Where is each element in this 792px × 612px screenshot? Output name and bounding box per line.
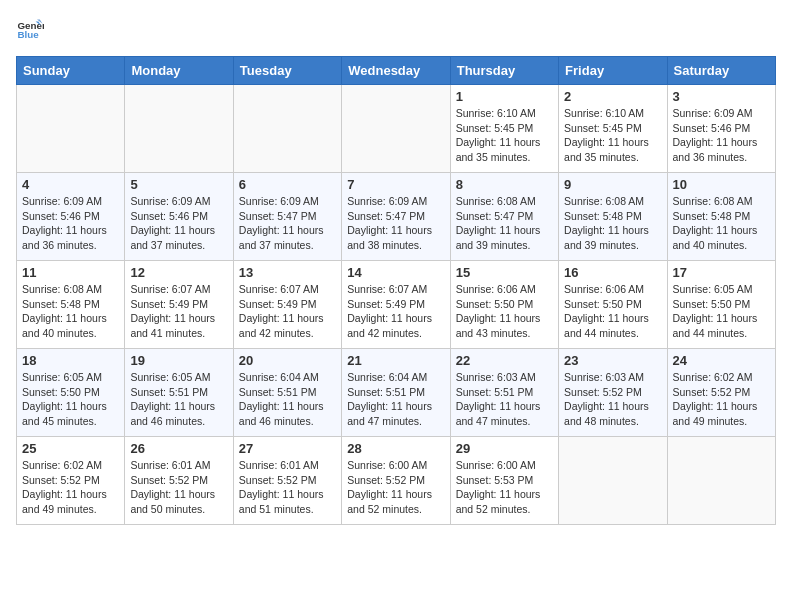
day-info: Sunrise: 6:01 AM Sunset: 5:52 PM Dayligh…	[239, 458, 336, 517]
week-row-4: 18Sunrise: 6:05 AM Sunset: 5:50 PM Dayli…	[17, 349, 776, 437]
calendar-cell: 6Sunrise: 6:09 AM Sunset: 5:47 PM Daylig…	[233, 173, 341, 261]
calendar-cell: 17Sunrise: 6:05 AM Sunset: 5:50 PM Dayli…	[667, 261, 775, 349]
calendar-cell: 8Sunrise: 6:08 AM Sunset: 5:47 PM Daylig…	[450, 173, 558, 261]
calendar-cell: 4Sunrise: 6:09 AM Sunset: 5:46 PM Daylig…	[17, 173, 125, 261]
day-number: 19	[130, 353, 227, 368]
calendar-cell: 11Sunrise: 6:08 AM Sunset: 5:48 PM Dayli…	[17, 261, 125, 349]
week-row-5: 25Sunrise: 6:02 AM Sunset: 5:52 PM Dayli…	[17, 437, 776, 525]
calendar-cell	[667, 437, 775, 525]
calendar-cell: 24Sunrise: 6:02 AM Sunset: 5:52 PM Dayli…	[667, 349, 775, 437]
logo-icon: General Blue	[16, 16, 44, 44]
day-number: 7	[347, 177, 444, 192]
day-info: Sunrise: 6:05 AM Sunset: 5:50 PM Dayligh…	[673, 282, 770, 341]
day-info: Sunrise: 6:09 AM Sunset: 5:46 PM Dayligh…	[130, 194, 227, 253]
day-info: Sunrise: 6:02 AM Sunset: 5:52 PM Dayligh…	[673, 370, 770, 429]
day-number: 1	[456, 89, 553, 104]
day-number: 20	[239, 353, 336, 368]
calendar-cell	[17, 85, 125, 173]
day-number: 8	[456, 177, 553, 192]
calendar-header-row: SundayMondayTuesdayWednesdayThursdayFrid…	[17, 57, 776, 85]
logo: General Blue	[16, 16, 48, 44]
day-info: Sunrise: 6:09 AM Sunset: 5:46 PM Dayligh…	[673, 106, 770, 165]
calendar-cell: 22Sunrise: 6:03 AM Sunset: 5:51 PM Dayli…	[450, 349, 558, 437]
weekday-header-saturday: Saturday	[667, 57, 775, 85]
calendar-cell: 13Sunrise: 6:07 AM Sunset: 5:49 PM Dayli…	[233, 261, 341, 349]
day-number: 9	[564, 177, 661, 192]
calendar-cell: 2Sunrise: 6:10 AM Sunset: 5:45 PM Daylig…	[559, 85, 667, 173]
day-number: 25	[22, 441, 119, 456]
calendar-cell	[125, 85, 233, 173]
weekday-header-thursday: Thursday	[450, 57, 558, 85]
day-info: Sunrise: 6:08 AM Sunset: 5:48 PM Dayligh…	[673, 194, 770, 253]
weekday-header-friday: Friday	[559, 57, 667, 85]
weekday-header-sunday: Sunday	[17, 57, 125, 85]
calendar-cell: 21Sunrise: 6:04 AM Sunset: 5:51 PM Dayli…	[342, 349, 450, 437]
day-info: Sunrise: 6:09 AM Sunset: 5:47 PM Dayligh…	[347, 194, 444, 253]
calendar-cell: 19Sunrise: 6:05 AM Sunset: 5:51 PM Dayli…	[125, 349, 233, 437]
calendar-table: SundayMondayTuesdayWednesdayThursdayFrid…	[16, 56, 776, 525]
day-number: 21	[347, 353, 444, 368]
day-info: Sunrise: 6:08 AM Sunset: 5:48 PM Dayligh…	[564, 194, 661, 253]
day-info: Sunrise: 6:00 AM Sunset: 5:52 PM Dayligh…	[347, 458, 444, 517]
day-number: 27	[239, 441, 336, 456]
day-number: 15	[456, 265, 553, 280]
day-number: 26	[130, 441, 227, 456]
day-number: 22	[456, 353, 553, 368]
weekday-header-monday: Monday	[125, 57, 233, 85]
calendar-cell: 1Sunrise: 6:10 AM Sunset: 5:45 PM Daylig…	[450, 85, 558, 173]
calendar-cell: 5Sunrise: 6:09 AM Sunset: 5:46 PM Daylig…	[125, 173, 233, 261]
week-row-2: 4Sunrise: 6:09 AM Sunset: 5:46 PM Daylig…	[17, 173, 776, 261]
day-number: 18	[22, 353, 119, 368]
day-info: Sunrise: 6:10 AM Sunset: 5:45 PM Dayligh…	[456, 106, 553, 165]
day-info: Sunrise: 6:05 AM Sunset: 5:51 PM Dayligh…	[130, 370, 227, 429]
calendar-cell: 25Sunrise: 6:02 AM Sunset: 5:52 PM Dayli…	[17, 437, 125, 525]
calendar-cell: 3Sunrise: 6:09 AM Sunset: 5:46 PM Daylig…	[667, 85, 775, 173]
calendar-cell: 27Sunrise: 6:01 AM Sunset: 5:52 PM Dayli…	[233, 437, 341, 525]
day-info: Sunrise: 6:05 AM Sunset: 5:50 PM Dayligh…	[22, 370, 119, 429]
day-info: Sunrise: 6:07 AM Sunset: 5:49 PM Dayligh…	[239, 282, 336, 341]
day-info: Sunrise: 6:07 AM Sunset: 5:49 PM Dayligh…	[347, 282, 444, 341]
day-number: 5	[130, 177, 227, 192]
day-info: Sunrise: 6:09 AM Sunset: 5:46 PM Dayligh…	[22, 194, 119, 253]
day-number: 13	[239, 265, 336, 280]
day-info: Sunrise: 6:06 AM Sunset: 5:50 PM Dayligh…	[564, 282, 661, 341]
day-info: Sunrise: 6:08 AM Sunset: 5:47 PM Dayligh…	[456, 194, 553, 253]
week-row-1: 1Sunrise: 6:10 AM Sunset: 5:45 PM Daylig…	[17, 85, 776, 173]
page-header: General Blue	[16, 16, 776, 44]
weekday-header-wednesday: Wednesday	[342, 57, 450, 85]
svg-text:Blue: Blue	[17, 29, 39, 40]
calendar-cell: 9Sunrise: 6:08 AM Sunset: 5:48 PM Daylig…	[559, 173, 667, 261]
day-number: 11	[22, 265, 119, 280]
calendar-cell: 26Sunrise: 6:01 AM Sunset: 5:52 PM Dayli…	[125, 437, 233, 525]
calendar-cell: 20Sunrise: 6:04 AM Sunset: 5:51 PM Dayli…	[233, 349, 341, 437]
day-number: 14	[347, 265, 444, 280]
calendar-cell	[233, 85, 341, 173]
day-number: 23	[564, 353, 661, 368]
calendar-cell: 18Sunrise: 6:05 AM Sunset: 5:50 PM Dayli…	[17, 349, 125, 437]
day-info: Sunrise: 6:03 AM Sunset: 5:52 PM Dayligh…	[564, 370, 661, 429]
day-info: Sunrise: 6:04 AM Sunset: 5:51 PM Dayligh…	[239, 370, 336, 429]
weekday-header-tuesday: Tuesday	[233, 57, 341, 85]
week-row-3: 11Sunrise: 6:08 AM Sunset: 5:48 PM Dayli…	[17, 261, 776, 349]
day-number: 2	[564, 89, 661, 104]
calendar-cell: 23Sunrise: 6:03 AM Sunset: 5:52 PM Dayli…	[559, 349, 667, 437]
calendar-cell: 28Sunrise: 6:00 AM Sunset: 5:52 PM Dayli…	[342, 437, 450, 525]
day-number: 10	[673, 177, 770, 192]
day-number: 17	[673, 265, 770, 280]
day-info: Sunrise: 6:09 AM Sunset: 5:47 PM Dayligh…	[239, 194, 336, 253]
calendar-cell	[342, 85, 450, 173]
day-info: Sunrise: 6:03 AM Sunset: 5:51 PM Dayligh…	[456, 370, 553, 429]
day-number: 29	[456, 441, 553, 456]
calendar-cell	[559, 437, 667, 525]
calendar-cell: 7Sunrise: 6:09 AM Sunset: 5:47 PM Daylig…	[342, 173, 450, 261]
calendar-cell: 12Sunrise: 6:07 AM Sunset: 5:49 PM Dayli…	[125, 261, 233, 349]
day-info: Sunrise: 6:08 AM Sunset: 5:48 PM Dayligh…	[22, 282, 119, 341]
day-number: 6	[239, 177, 336, 192]
day-info: Sunrise: 6:06 AM Sunset: 5:50 PM Dayligh…	[456, 282, 553, 341]
day-info: Sunrise: 6:01 AM Sunset: 5:52 PM Dayligh…	[130, 458, 227, 517]
day-info: Sunrise: 6:04 AM Sunset: 5:51 PM Dayligh…	[347, 370, 444, 429]
day-info: Sunrise: 6:02 AM Sunset: 5:52 PM Dayligh…	[22, 458, 119, 517]
day-info: Sunrise: 6:00 AM Sunset: 5:53 PM Dayligh…	[456, 458, 553, 517]
day-number: 24	[673, 353, 770, 368]
day-number: 16	[564, 265, 661, 280]
